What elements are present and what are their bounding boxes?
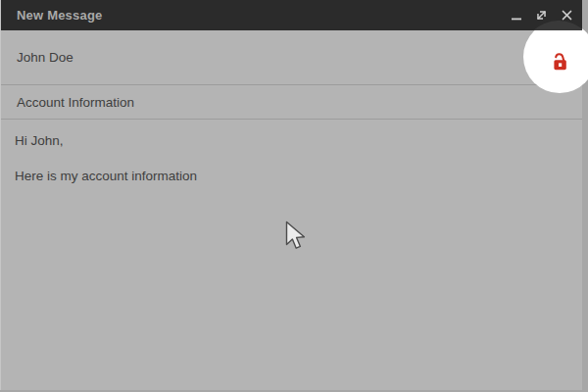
window-title: New Message [17, 8, 102, 23]
minimize-icon[interactable] [509, 8, 523, 23]
unlocked-padlock-icon[interactable] [549, 49, 571, 74]
recipient-field[interactable]: John Doe [1, 30, 582, 85]
body-line: Hi John, [15, 133, 566, 148]
screen: John Doe Account Information Hi John, He… [0, 0, 588, 392]
close-icon[interactable] [560, 8, 574, 23]
subject-value: Account Information [17, 95, 134, 110]
compose-window: John Doe Account Information Hi John, He… [0, 0, 582, 390]
mouse-cursor-icon [285, 220, 307, 256]
window-controls [509, 0, 574, 30]
expand-icon[interactable] [534, 8, 549, 23]
subject-field[interactable]: Account Information [1, 85, 582, 120]
recipient-value: John Doe [17, 50, 74, 65]
body-line: Here is my account information [15, 169, 566, 183]
unlock-glyph [549, 49, 571, 74]
titlebar[interactable]: New Message [1, 0, 582, 30]
